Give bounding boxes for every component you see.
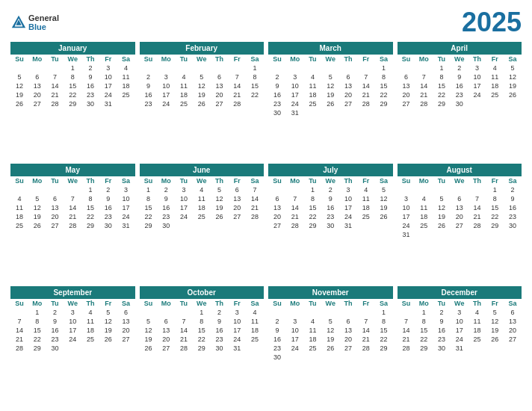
- day-cell: 22: [28, 335, 46, 344]
- day-cell: 30: [433, 344, 451, 353]
- day-cell: 17: [286, 90, 304, 99]
- day-cell: 22: [246, 90, 264, 99]
- day-header: Th: [468, 55, 486, 64]
- day-cell: 17: [157, 90, 175, 99]
- day-cell: [193, 64, 211, 72]
- day-cell: 10: [157, 81, 175, 90]
- day-cell: 11: [246, 317, 264, 326]
- day-cell: [339, 353, 357, 362]
- year-title: 2025: [462, 9, 522, 36]
- day-cell: [10, 185, 28, 194]
- day-cell: 5: [504, 64, 522, 72]
- week-row: 123: [10, 185, 135, 194]
- day-cell: 4: [246, 308, 264, 317]
- week-row: 45678910: [10, 194, 135, 203]
- week-row: 6789101112: [398, 72, 522, 81]
- day-cell: 31: [228, 344, 246, 353]
- day-cell: 21: [64, 212, 81, 221]
- day-cell: [339, 64, 357, 72]
- day-header: Su: [268, 299, 286, 308]
- day-cell: 13: [339, 81, 357, 90]
- logo-text: General Blue: [28, 13, 59, 31]
- day-cell: [398, 64, 415, 72]
- day-cell: 23: [268, 344, 286, 353]
- day-cell: 22: [81, 212, 99, 221]
- day-cell: 14: [415, 81, 433, 90]
- day-header: Tu: [46, 176, 64, 185]
- day-cell: 3: [339, 185, 357, 194]
- month-table-april: SuMoTuWeThFrSa12345678910111213141516171…: [398, 55, 522, 108]
- day-cell: 27: [228, 212, 246, 221]
- week-row: 23242526272829: [268, 344, 393, 353]
- day-cell: 29: [415, 344, 433, 353]
- day-header: We: [451, 55, 468, 64]
- month-header-february: February: [140, 42, 265, 55]
- week-row: 14151617181920: [10, 326, 135, 335]
- day-cell: 18: [117, 81, 135, 90]
- day-cell: 19: [211, 203, 229, 212]
- day-cell: 25: [193, 212, 211, 221]
- day-cell: 12: [140, 326, 158, 335]
- day-cell: 19: [140, 335, 158, 344]
- month-header-december: December: [398, 286, 522, 299]
- day-header: Su: [10, 176, 28, 185]
- day-cell: 20: [28, 90, 46, 99]
- week-row: 23242526272829: [268, 99, 393, 108]
- day-header: Sa: [504, 176, 522, 185]
- day-cell: 8: [81, 194, 99, 203]
- day-cell: 7: [357, 72, 375, 81]
- week-row: 24252627282930: [398, 221, 522, 230]
- week-row: 12131415161718: [10, 81, 135, 90]
- day-cell: 29: [64, 99, 81, 108]
- day-cell: 4: [304, 72, 322, 81]
- day-cell: [304, 64, 322, 72]
- day-cell: 31: [398, 230, 415, 239]
- day-header: Mo: [28, 176, 46, 185]
- day-cell: 28: [415, 99, 433, 108]
- day-cell: [286, 64, 304, 72]
- day-cell: 27: [46, 221, 64, 230]
- day-cell: [28, 185, 46, 194]
- month-table-march: SuMoTuWeThFrSa12345678910111213141516171…: [268, 55, 393, 117]
- day-cell: [46, 64, 64, 72]
- day-cell: 28: [246, 212, 264, 221]
- day-cell: [321, 353, 339, 362]
- day-cell: 29: [486, 221, 504, 230]
- day-cell: 17: [64, 326, 81, 335]
- day-cell: 14: [175, 326, 193, 335]
- week-row: 10111213141516: [398, 203, 522, 212]
- day-cell: 8: [304, 194, 322, 203]
- day-cell: 17: [286, 335, 304, 344]
- day-cell: 4: [10, 194, 28, 203]
- day-cell: 3: [286, 317, 304, 326]
- day-header: Th: [81, 55, 99, 64]
- day-cell: 11: [304, 81, 322, 90]
- day-cell: 17: [228, 326, 246, 335]
- day-cell: [357, 308, 375, 317]
- week-row: 2930: [140, 221, 265, 230]
- day-cell: 30: [81, 99, 99, 108]
- day-header: Th: [339, 176, 357, 185]
- day-cell: [81, 344, 99, 353]
- day-cell: [246, 221, 264, 230]
- day-cell: 17: [117, 203, 135, 212]
- day-header: Fr: [228, 55, 246, 64]
- day-header: We: [451, 299, 468, 308]
- month-header-september: September: [10, 286, 135, 299]
- day-cell: 26: [486, 335, 504, 344]
- day-cell: 18: [81, 326, 99, 335]
- day-cell: 23: [451, 90, 468, 99]
- day-cell: 2: [433, 308, 451, 317]
- month-block-april: AprilSuMoTuWeThFrSa123456789101112131415…: [398, 42, 522, 159]
- day-cell: 11: [468, 317, 486, 326]
- day-header: Th: [81, 176, 99, 185]
- day-cell: 28: [286, 221, 304, 230]
- day-cell: 29: [433, 99, 451, 108]
- day-cell: [415, 185, 433, 194]
- day-header: Su: [140, 176, 158, 185]
- day-header: Th: [468, 176, 486, 185]
- day-cell: [10, 64, 28, 72]
- day-cell: [398, 185, 415, 194]
- day-header: Tu: [175, 176, 193, 185]
- day-cell: 14: [398, 326, 415, 335]
